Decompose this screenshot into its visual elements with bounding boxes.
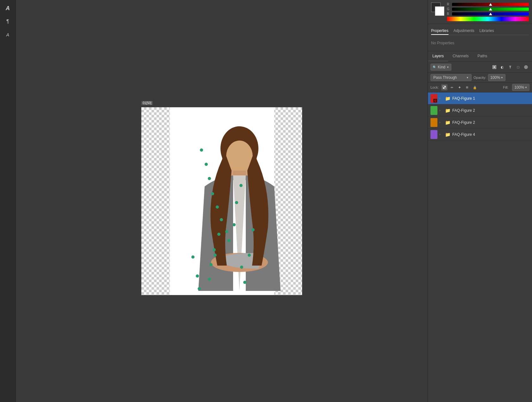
layers-list: Q › 📁 FAQ-Figure 1 › 📁 FAQ-Figure 2 › 📁 …: [428, 92, 532, 402]
opacity-dropdown[interactable]: 100% ▼: [488, 74, 505, 81]
dot-3: [208, 177, 211, 180]
paragraph-tool-button[interactable]: ¶: [2, 16, 14, 27]
pixel-icon: [492, 65, 497, 69]
blue-slider-row: B: [447, 12, 529, 16]
filter-shape-button[interactable]: □: [515, 64, 522, 71]
green-slider[interactable]: [452, 8, 529, 11]
layer-2-expand[interactable]: ›: [439, 109, 443, 112]
filter-icon-buttons: ◐ T □: [491, 64, 529, 71]
lock-all-icon: 🔒: [473, 86, 477, 89]
dot-23: [198, 287, 201, 290]
lock-position-icon: [457, 85, 462, 90]
svg-rect-9: [443, 87, 444, 89]
green-slider-row: G: [447, 7, 529, 11]
color-spectrum[interactable]: [447, 17, 529, 21]
filter-smartobject-button[interactable]: [523, 64, 529, 71]
opacity-value-text: 100%: [490, 75, 500, 80]
lock-position-button[interactable]: [456, 84, 463, 91]
tab-adjustments[interactable]: Adjustments: [454, 27, 474, 35]
layer-item-1[interactable]: Q › 📁 FAQ-Figure 1: [428, 92, 532, 104]
lock-artboard-icon: ⊞: [466, 86, 468, 89]
search-icon: 🔍: [433, 66, 436, 69]
lock-all-button[interactable]: 🔒: [472, 84, 478, 91]
type-icon: A: [6, 5, 10, 12]
fill-dropdown[interactable]: 100% ▼: [512, 84, 529, 91]
lock-transparent-icon: [442, 85, 447, 90]
person-layer: [141, 107, 302, 295]
lock-transparent-button[interactable]: [441, 84, 448, 91]
blend-opacity-row: Pass Through ▼ Opacity: 100% ▼: [428, 73, 532, 83]
layer-swatch-3: [430, 118, 437, 127]
layer-1-expand[interactable]: ›: [439, 97, 443, 100]
canvas-wrapper[interactable]: 01[50]: [141, 107, 302, 295]
dot-10: [209, 263, 213, 266]
canvas-area: 01[50]: [16, 0, 428, 402]
lock-artboard-button[interactable]: ⊞: [464, 84, 470, 91]
filter-type-button[interactable]: T: [507, 64, 514, 71]
person-svg: [141, 107, 302, 295]
dot-4: [211, 192, 214, 195]
tab-layers[interactable]: Layers: [428, 51, 448, 61]
color-sliders: R G B: [447, 3, 529, 21]
layer-4-expand[interactable]: ›: [439, 133, 443, 136]
dot-7: [225, 230, 228, 233]
properties-tabs: Properties Adjustments Libraries: [431, 27, 529, 35]
layers-tabs: Layers Channels Paths: [428, 51, 532, 62]
fill-label-text: Fill:: [503, 85, 508, 89]
right-panel: R G B: [428, 0, 532, 402]
canvas-label: 01[50]: [141, 101, 153, 105]
svg-rect-10: [444, 87, 446, 89]
layer-3-expand[interactable]: ›: [439, 121, 443, 124]
background-color[interactable]: [435, 6, 444, 16]
blend-dropdown-arrow-icon: ▼: [466, 76, 469, 79]
filter-pixel-button[interactable]: [491, 64, 498, 71]
svg-rect-7: [443, 86, 444, 87]
dot-11: [208, 278, 211, 281]
red-slider[interactable]: [452, 3, 529, 6]
svg-rect-8: [444, 86, 446, 87]
dot-6: [220, 218, 223, 221]
red-label: R: [447, 3, 451, 6]
fill-value-text: 100%: [514, 85, 524, 90]
fill-arrow-icon: ▼: [525, 86, 527, 89]
filter-kind-dropdown[interactable]: 🔍 Kind ▼: [430, 64, 451, 71]
blue-slider[interactable]: [452, 12, 529, 16]
layer-swatch-2: [430, 106, 437, 115]
layer-3-folder-icon: 📁: [445, 120, 450, 125]
layer-item-3[interactable]: › 📁 FAQ-Figure 2: [428, 116, 532, 129]
tab-libraries[interactable]: Libraries: [479, 27, 494, 35]
green-thumb: [489, 8, 492, 10]
color-squares[interactable]: [431, 3, 444, 16]
tab-channels[interactable]: Channels: [448, 51, 473, 61]
layers-section: Layers Channels Paths 🔍 Kind ▼ ◐ T: [428, 51, 532, 402]
lock-fill-row: Lock: ✏: [428, 83, 532, 92]
layer-item-4[interactable]: › 📁 FAQ-Figure 4: [428, 129, 532, 141]
blend-mode-label: Pass Through: [433, 75, 457, 80]
layer-3-name: FAQ-Figure 2: [452, 120, 529, 125]
svg-rect-6: [493, 66, 495, 68]
dot-8: [217, 233, 220, 236]
dot-9: [213, 248, 216, 251]
layer-4-folder-icon: 📁: [445, 132, 450, 137]
dropdown-arrow-icon: ▼: [447, 66, 449, 69]
type-filter-icon: T: [509, 65, 511, 69]
type-mask-tool-button[interactable]: A: [2, 29, 14, 41]
lock-image-button[interactable]: ✏: [449, 84, 455, 91]
dot-14: [232, 223, 236, 226]
layer-item-2[interactable]: › 📁 FAQ-Figure 2: [428, 104, 532, 116]
filter-adjustment-button[interactable]: ◐: [499, 64, 506, 71]
opacity-arrow-icon: ▼: [501, 76, 503, 79]
smartobject-icon: [524, 65, 528, 69]
tab-paths[interactable]: Paths: [473, 51, 492, 61]
adjustment-icon: ◐: [501, 65, 504, 69]
blend-mode-dropdown[interactable]: Pass Through ▼: [430, 74, 472, 81]
layer-1-swatch-icon: Q: [433, 99, 437, 103]
dot-12: [213, 254, 217, 257]
green-label: G: [447, 7, 451, 11]
tab-properties[interactable]: Properties: [431, 27, 448, 35]
dot-1: [200, 148, 203, 152]
color-preview: R G B: [431, 3, 529, 21]
layer-swatch-1: Q: [430, 94, 437, 103]
type-tool-button[interactable]: A: [2, 3, 14, 14]
layer-2-folder-icon: 📁: [445, 108, 450, 113]
